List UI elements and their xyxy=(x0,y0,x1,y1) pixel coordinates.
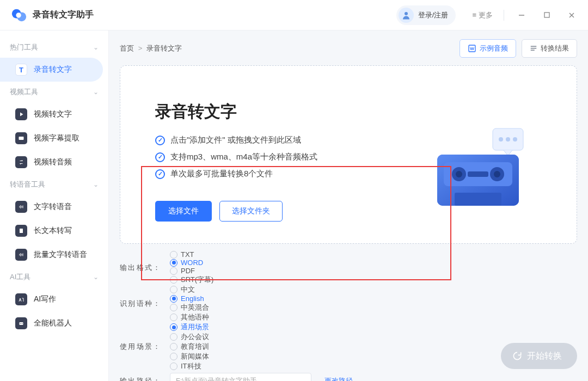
sidebar-item-batch-tts[interactable]: 批量文字转语音 xyxy=(0,243,103,267)
word-icon: W xyxy=(468,44,476,53)
robot-icon xyxy=(15,317,27,329)
minimize-button[interactable] xyxy=(510,5,534,25)
cassette-illustration xyxy=(422,101,542,222)
sidebar-group-label: 视频工具 xyxy=(10,87,38,97)
scene-radio[interactable]: 教育培训 xyxy=(170,342,209,352)
select-folder-button[interactable]: 选择文件夹 xyxy=(219,201,283,222)
lang-radio[interactable]: English xyxy=(170,294,209,303)
svg-point-20 xyxy=(22,323,23,324)
lang-radio[interactable]: 中英混合 xyxy=(170,303,209,312)
divider xyxy=(504,10,504,21)
scene-label: 使用场景： xyxy=(120,342,160,352)
svg-rect-18 xyxy=(20,322,23,325)
svg-point-3 xyxy=(405,12,408,15)
check-icon xyxy=(155,169,165,179)
sidebar-item-ai-bot[interactable]: 全能机器人 xyxy=(0,311,103,335)
sidebar-group-video[interactable]: 视频工具 ⌄ xyxy=(0,82,108,102)
sidebar-item-long-text[interactable]: 长文本转写 xyxy=(0,219,103,243)
sidebar-group-ai[interactable]: AI工具 ⌄ xyxy=(0,267,108,287)
svg-rect-23 xyxy=(531,46,537,47)
svg-rect-38 xyxy=(455,193,501,206)
close-button[interactable] xyxy=(560,5,584,25)
chevron-down-icon: ⌄ xyxy=(93,273,99,281)
sidebar-item-label: 视频转音频 xyxy=(34,157,72,167)
format-radio[interactable]: PDF xyxy=(170,267,213,275)
sidebar-item-video-subtitle[interactable]: 视频字幕提取 xyxy=(0,126,103,150)
output-format-label: 输出格式： xyxy=(120,263,160,273)
sidebar-item-audio-to-text[interactable]: T 录音转文字 xyxy=(0,58,103,82)
sidebar-item-text-to-speech[interactable]: 文字转语音 xyxy=(0,195,103,219)
radio-label: 通用场景 xyxy=(181,322,209,332)
sidebar-item-video-to-text[interactable]: 视频转文字 xyxy=(0,102,103,126)
radio-label: SRT(字幕) xyxy=(181,275,213,285)
sample-audio-button[interactable]: W 示例音频 xyxy=(460,39,516,58)
sidebar-group-hot[interactable]: 热门工具 ⌄ xyxy=(0,37,108,58)
ai-icon xyxy=(15,293,27,305)
breadcrumb: 首页 > 录音转文字 xyxy=(120,44,454,53)
svg-point-36 xyxy=(494,171,500,177)
svg-point-27 xyxy=(499,137,503,142)
sidebar-group-tts[interactable]: 转语音工具 ⌄ xyxy=(0,174,108,195)
output-path-input[interactable]: F:\新桌面\录音转文字助手 xyxy=(170,373,311,381)
app-title: 录音转文字助手 xyxy=(33,9,396,21)
sidebar-item-video-to-audio[interactable]: 视频转音频 xyxy=(0,150,103,174)
svg-rect-9 xyxy=(20,206,20,208)
start-convert-button[interactable]: 开始转换 xyxy=(501,343,577,369)
svg-rect-8 xyxy=(19,137,24,140)
sidebar-item-label: 批量文字转语音 xyxy=(34,250,87,260)
lang-radio[interactable]: 中文 xyxy=(170,285,209,294)
sidebar-item-label: AI写作 xyxy=(34,294,56,304)
sidebar-item-label: 文字转语音 xyxy=(34,202,72,212)
refresh-icon xyxy=(512,351,523,361)
radio-label: TXT xyxy=(181,250,194,259)
radio-label: 中英混合 xyxy=(181,303,209,312)
format-radio[interactable]: TXT xyxy=(170,250,213,259)
select-file-button[interactable]: 选择文件 xyxy=(155,201,212,222)
radio-dot xyxy=(170,286,177,293)
svg-rect-37 xyxy=(468,171,488,177)
sidebar-group-label: 热门工具 xyxy=(10,42,38,52)
radio-label: IT科技 xyxy=(181,361,201,371)
sidebar-item-label: 视频字幕提取 xyxy=(34,133,79,143)
output-path-label: 输出路径： xyxy=(120,376,160,381)
subtitle-icon xyxy=(15,132,27,144)
scene-radio[interactable]: 办公会议 xyxy=(170,332,209,342)
video-icon xyxy=(15,108,27,120)
results-button[interactable]: 转换结果 xyxy=(522,39,577,58)
convert-icon xyxy=(15,156,27,168)
format-radio[interactable]: WORD xyxy=(170,259,213,267)
bullet-item: 支持mp3、wma、m4a等十余种音频格式 xyxy=(155,152,422,162)
radio-label: 教育培训 xyxy=(181,342,209,352)
scene-radio[interactable]: 新闻媒体 xyxy=(170,352,209,361)
radio-label: 办公会议 xyxy=(181,332,209,342)
drop-zone[interactable]: 录音转文字 点击"添加文件" 或拖拽文件到此区域 支持mp3、wma、m4a等十… xyxy=(120,65,577,244)
radio-label: PDF xyxy=(181,267,195,275)
sidebar-item-ai-writing[interactable]: AI写作 xyxy=(0,287,103,311)
sidebar-item-label: 视频转文字 xyxy=(34,109,72,119)
radio-label: 新闻媒体 xyxy=(181,352,209,361)
radio-label: 中文 xyxy=(181,285,195,294)
avatar-icon xyxy=(399,8,414,23)
maximize-button[interactable] xyxy=(535,5,559,25)
radio-dot xyxy=(170,353,177,360)
radio-label: WORD xyxy=(181,259,203,267)
scene-radio[interactable]: IT科技 xyxy=(170,361,209,371)
svg-rect-24 xyxy=(531,48,537,49)
list-icon xyxy=(530,45,537,52)
format-radio[interactable]: SRT(字幕) xyxy=(170,275,213,285)
svg-rect-10 xyxy=(21,205,21,208)
svg-rect-14 xyxy=(20,254,20,256)
change-path-link[interactable]: 更改路径 xyxy=(324,376,353,381)
sidebar-item-label: 全能机器人 xyxy=(34,318,72,328)
login-register-button[interactable]: 登录/注册 xyxy=(396,5,456,25)
bullet-item: 单次最多可批量转换8个文件 xyxy=(155,169,422,179)
lang-radio[interactable]: 其他语种 xyxy=(170,312,209,322)
radio-dot xyxy=(170,314,177,321)
sidebar-item-label: 长文本转写 xyxy=(34,226,72,236)
breadcrumb-home[interactable]: 首页 xyxy=(120,44,134,52)
scene-radio[interactable]: 通用场景 xyxy=(170,322,209,332)
more-button[interactable]: ≡更多 xyxy=(467,5,498,25)
bullet-item: 点击"添加文件" 或拖拽文件到此区域 xyxy=(155,135,422,145)
radio-dot xyxy=(170,259,177,267)
svg-rect-15 xyxy=(21,253,21,256)
